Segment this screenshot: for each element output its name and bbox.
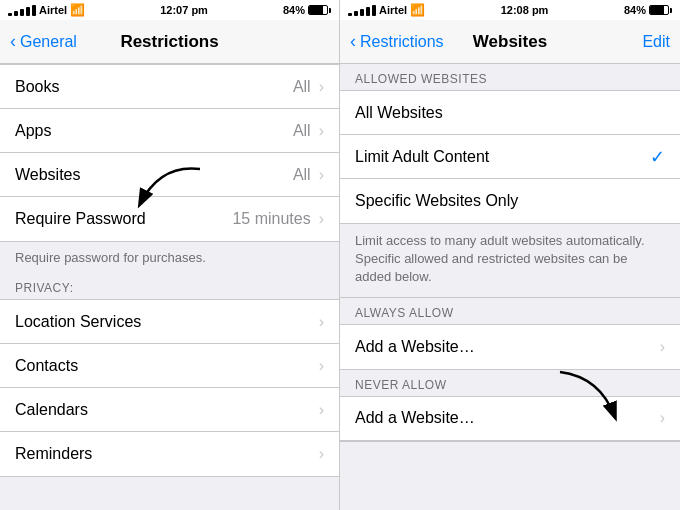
back-button-right[interactable]: ‹ Restrictions	[350, 31, 444, 52]
always-allow-list: Add a Website… ›	[340, 324, 680, 370]
websites-right: All ›	[293, 166, 324, 184]
signal-dots-right	[348, 5, 376, 16]
list-item-location[interactable]: Location Services ›	[0, 300, 339, 344]
wifi-icon-right: 📶	[410, 3, 425, 17]
left-content: Books All › Apps All › Websites All ›	[0, 64, 339, 510]
privacy-list: Location Services › Contacts › Calendars…	[0, 299, 339, 477]
content-list-left: Books All › Apps All › Websites All ›	[0, 64, 339, 242]
require-password-chevron: ›	[319, 210, 324, 228]
carrier-signal-left: Airtel 📶	[8, 3, 85, 17]
list-item-specific-websites[interactable]: Specific Websites Only	[340, 179, 680, 223]
rdot4	[366, 7, 370, 16]
time-right: 12:08 pm	[501, 4, 549, 16]
list-item-add-never[interactable]: Add a Website… ›	[340, 397, 680, 441]
list-item-limit-adult[interactable]: Limit Adult Content ✓	[340, 135, 680, 179]
contacts-label: Contacts	[15, 357, 78, 375]
battery-percent-left: 84%	[283, 4, 305, 16]
require-password-right: 15 minutes ›	[232, 210, 324, 228]
carrier-right: Airtel	[379, 4, 407, 16]
status-bar-right: Airtel 📶 12:08 pm 84%	[340, 0, 680, 20]
back-button-left[interactable]: ‹ General	[10, 31, 77, 52]
apps-right: All ›	[293, 122, 324, 140]
location-chevron: ›	[319, 313, 324, 331]
privacy-header: PRIVACY:	[0, 273, 339, 299]
nav-bar-left: ‹ General Restrictions	[0, 20, 339, 64]
list-item-require-password[interactable]: Require Password 15 minutes ›	[0, 197, 339, 241]
add-never-label: Add a Website…	[355, 409, 475, 427]
battery-icon-left	[308, 5, 331, 15]
list-item-calendars[interactable]: Calendars ›	[0, 388, 339, 432]
nav-bar-right: ‹ Restrictions Websites Edit	[340, 20, 680, 64]
wifi-icon-left: 📶	[70, 3, 85, 17]
books-right: All ›	[293, 78, 324, 96]
websites-value: All	[293, 166, 311, 184]
always-allow-header: ALWAYS ALLOW	[340, 298, 680, 324]
rdot2	[354, 11, 358, 16]
add-always-chevron: ›	[660, 338, 665, 356]
left-panel: Airtel 📶 12:07 pm 84% ‹ General Restrict…	[0, 0, 340, 510]
dot3	[20, 9, 24, 16]
list-item-apps[interactable]: Apps All ›	[0, 109, 339, 153]
list-item-contacts[interactable]: Contacts ›	[0, 344, 339, 388]
allowed-websites-header: ALLOWED WEBSITES	[340, 64, 680, 90]
dot4	[26, 7, 30, 16]
info-block: Limit access to many adult websites auto…	[340, 224, 680, 298]
battery-icon-right	[649, 5, 672, 15]
require-password-value: 15 minutes	[232, 210, 310, 228]
rdot3	[360, 9, 364, 16]
websites-chevron: ›	[319, 166, 324, 184]
signal-dots-left	[8, 5, 36, 16]
list-item-books[interactable]: Books All ›	[0, 65, 339, 109]
limit-adult-label: Limit Adult Content	[355, 148, 489, 166]
never-allow-header: NEVER ALLOW	[340, 370, 680, 396]
back-chevron-right: ‹	[350, 31, 356, 52]
dot1	[8, 13, 12, 16]
never-allow-list: Add a Website… ›	[340, 396, 680, 442]
calendars-label: Calendars	[15, 401, 88, 419]
battery-area-left: 84%	[283, 4, 331, 16]
back-label-right: Restrictions	[360, 33, 444, 51]
all-websites-label: All Websites	[355, 104, 443, 122]
calendars-chevron: ›	[319, 401, 324, 419]
status-bar-left: Airtel 📶 12:07 pm 84%	[0, 0, 339, 20]
page-title-right: Websites	[473, 32, 547, 52]
specific-websites-label: Specific Websites Only	[355, 192, 518, 210]
apps-label: Apps	[15, 122, 51, 140]
battery-area-right: 84%	[624, 4, 672, 16]
back-chevron-left: ‹	[10, 31, 16, 52]
list-item-websites[interactable]: Websites All ›	[0, 153, 339, 197]
rdot5	[372, 5, 376, 16]
list-item-reminders[interactable]: Reminders ›	[0, 432, 339, 476]
time-left: 12:07 pm	[160, 4, 208, 16]
reminders-chevron: ›	[319, 445, 324, 463]
books-label: Books	[15, 78, 59, 96]
website-options-list: All Websites Limit Adult Content ✓ Speci…	[340, 90, 680, 224]
dot2	[14, 11, 18, 16]
carrier-signal-right: Airtel 📶	[348, 3, 425, 17]
page-title-left: Restrictions	[120, 32, 218, 52]
apps-chevron: ›	[319, 122, 324, 140]
limit-adult-checkmark: ✓	[650, 146, 665, 168]
battery-percent-right: 84%	[624, 4, 646, 16]
require-password-label: Require Password	[15, 210, 146, 228]
edit-button[interactable]: Edit	[642, 33, 670, 51]
add-always-label: Add a Website…	[355, 338, 475, 356]
list-item-all-websites[interactable]: All Websites	[340, 91, 680, 135]
location-label: Location Services	[15, 313, 141, 331]
apps-value: All	[293, 122, 311, 140]
list-item-add-always[interactable]: Add a Website… ›	[340, 325, 680, 369]
carrier-left: Airtel	[39, 4, 67, 16]
reminders-label: Reminders	[15, 445, 92, 463]
books-chevron: ›	[319, 78, 324, 96]
books-value: All	[293, 78, 311, 96]
right-panel: Airtel 📶 12:08 pm 84% ‹ Restrictions Web…	[340, 0, 680, 510]
rdot1	[348, 13, 352, 16]
footnote-text: Require password for purchases.	[0, 242, 339, 273]
add-never-chevron: ›	[660, 409, 665, 427]
contacts-chevron: ›	[319, 357, 324, 375]
back-label-left: General	[20, 33, 77, 51]
dot5	[32, 5, 36, 16]
websites-label: Websites	[15, 166, 81, 184]
